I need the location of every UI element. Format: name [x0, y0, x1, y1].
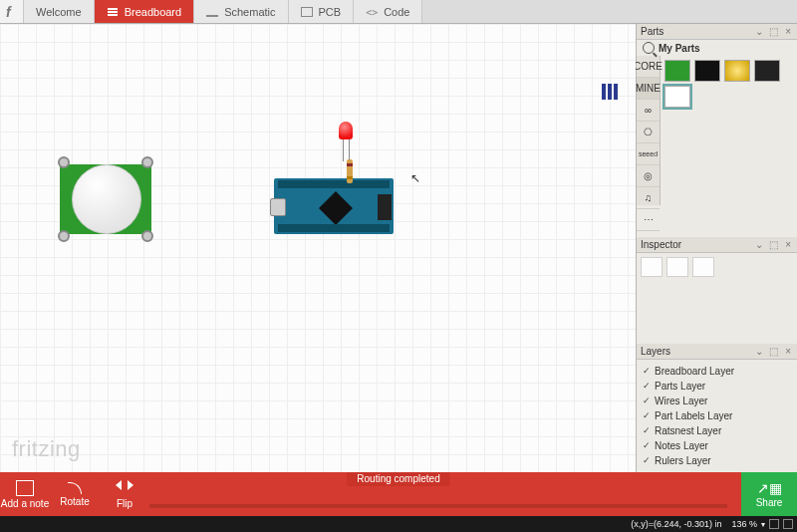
- component-led[interactable]: [339, 122, 353, 139]
- component-resistor[interactable]: [347, 159, 353, 183]
- bin-mine[interactable]: MINE: [637, 78, 660, 100]
- dock-controls[interactable]: ⌄ ⬚ ×: [755, 346, 793, 357]
- tab-breadboard[interactable]: Breadboard: [95, 0, 195, 23]
- layer-toggle[interactable]: Part Labels Layer: [643, 408, 791, 423]
- part-thumb[interactable]: [754, 60, 780, 82]
- tab-pcb[interactable]: PCB: [289, 0, 355, 23]
- inspector-swatch[interactable]: [666, 257, 688, 277]
- parts-panel-header[interactable]: Parts ⌄ ⬚ ×: [637, 24, 797, 40]
- share-icon: ↗▦: [757, 481, 782, 495]
- tab-label: Breadboard: [125, 6, 182, 18]
- canvas-widget[interactable]: [602, 84, 618, 100]
- tab-label: Schematic: [224, 6, 275, 18]
- inspector-swatch[interactable]: [692, 257, 714, 277]
- note-icon: [16, 480, 34, 496]
- app-logo-tab[interactable]: f: [0, 0, 24, 23]
- inspector-swatch[interactable]: [641, 257, 663, 277]
- tab-label: PCB: [319, 6, 342, 18]
- routing-progress-bar: [149, 504, 727, 508]
- zoom-readout: 136 %: [731, 519, 757, 529]
- parts-bin-label[interactable]: My Parts: [637, 40, 797, 56]
- panel-title: Inspector: [641, 239, 681, 250]
- part-thumb[interactable]: [694, 60, 720, 82]
- zoom-out-button[interactable]: ▾: [761, 520, 765, 529]
- tab-schematic[interactable]: Schematic: [194, 0, 288, 23]
- layer-toggle[interactable]: Wires Layer: [643, 394, 791, 408]
- side-panel: Parts ⌄ ⬚ × My Parts CORE MINE ∞ ⎔ seeed…: [636, 24, 797, 472]
- bin-seeed[interactable]: seeed: [637, 143, 660, 165]
- part-thumb-selected[interactable]: [664, 86, 690, 108]
- wires-layer: [0, 24, 299, 173]
- rotate-button[interactable]: Rotate: [50, 472, 100, 516]
- layer-toggle[interactable]: Parts Layer: [643, 379, 791, 394]
- flip-icon: [116, 480, 133, 496]
- layer-toggle[interactable]: Ratsnest Layer: [643, 423, 791, 438]
- component-arduino-nano[interactable]: [274, 178, 394, 234]
- share-button[interactable]: ↗▦ Share: [741, 472, 797, 516]
- bottom-toolbar: Add a note Rotate Flip Routing completed…: [0, 472, 797, 516]
- flip-button[interactable]: Flip: [100, 472, 149, 516]
- parts-grid: [661, 56, 797, 205]
- component-pir-sensor[interactable]: [60, 158, 151, 240]
- bin-item[interactable]: ∞: [637, 100, 660, 122]
- routing-status: Routing completed: [347, 472, 449, 486]
- bin-core[interactable]: CORE: [637, 56, 660, 78]
- watermark: fritzing: [12, 436, 81, 462]
- code-icon: <>: [366, 7, 378, 17]
- inspector-body: [637, 253, 797, 313]
- inspector-panel-header[interactable]: Inspector ⌄ ⬚ ×: [637, 237, 797, 253]
- panel-title: Layers: [641, 346, 670, 357]
- status-bar: (x,y)=(6.244, -0.301) in 136 % ▾: [0, 516, 797, 532]
- tab-label: Code: [384, 6, 409, 18]
- layers-list: Breadboard Layer Parts Layer Wires Layer…: [637, 360, 797, 472]
- zoom-fit-button[interactable]: [769, 519, 779, 529]
- bin-item[interactable]: ⎔: [637, 122, 660, 143]
- breadboard-canvas[interactable]: ↖ fritzing: [0, 24, 636, 472]
- tab-label: Welcome: [36, 6, 82, 18]
- layer-toggle[interactable]: Notes Layer: [643, 438, 791, 453]
- zoom-actual-button[interactable]: [783, 519, 793, 529]
- parts-bin-strip: CORE MINE ∞ ⎔ seeed ◎ ♫ ⋯: [637, 56, 661, 205]
- part-thumb[interactable]: [664, 60, 690, 82]
- tab-code[interactable]: <> Code: [354, 0, 422, 23]
- layer-toggle[interactable]: Breadboard Layer: [643, 364, 791, 379]
- pcb-icon: [301, 7, 313, 17]
- rotate-icon: [68, 482, 82, 494]
- breadboard-icon: [107, 7, 119, 17]
- view-tabs: f Welcome Breadboard Schematic PCB <> Co…: [0, 0, 797, 24]
- dock-controls[interactable]: ⌄ ⬚ ×: [755, 239, 793, 250]
- add-note-button[interactable]: Add a note: [0, 472, 50, 516]
- panel-title: Parts: [641, 26, 664, 37]
- dock-controls[interactable]: ⌄ ⬚ ×: [755, 26, 793, 37]
- tab-welcome[interactable]: Welcome: [24, 0, 95, 23]
- schematic-icon: [206, 7, 218, 17]
- cursor-icon: ↖: [410, 171, 420, 185]
- layers-panel-header[interactable]: Layers ⌄ ⬚ ×: [637, 344, 797, 360]
- coords-readout: (x,y)=(6.244, -0.301) in: [631, 519, 721, 529]
- search-icon: [643, 42, 655, 54]
- layer-toggle[interactable]: Rulers Layer: [643, 453, 791, 468]
- part-thumb[interactable]: [724, 60, 750, 82]
- bin-item[interactable]: ◎: [637, 165, 660, 187]
